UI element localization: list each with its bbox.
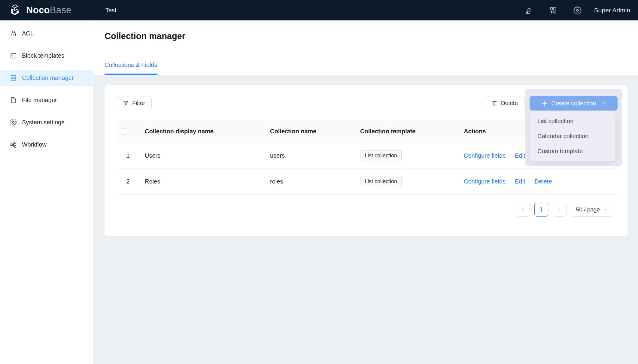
delete-button[interactable]: Delete xyxy=(485,96,524,110)
sidebar-item-label: Collection manager xyxy=(22,74,74,81)
highlighter-icon[interactable] xyxy=(525,6,533,14)
table-row: 2 Roles roles List collection Configure … xyxy=(116,168,618,194)
file-icon xyxy=(10,96,17,104)
cell-display-name: Users xyxy=(140,143,265,168)
filter-button-label: Filter xyxy=(132,100,145,107)
menu-item-custom-template[interactable]: Custom template xyxy=(530,144,615,159)
prev-page-button[interactable] xyxy=(516,203,530,217)
brand-name-bold: Noco xyxy=(26,5,50,15)
page-header: Collection manager Collections & Fields xyxy=(93,20,638,75)
edit-link[interactable]: Edit xyxy=(515,152,525,159)
sidebar-item-block-templates[interactable]: Block templates xyxy=(0,47,93,64)
workflow-icon xyxy=(10,141,17,148)
column-header-display-name: Collection display name xyxy=(140,120,265,143)
tabs-bar: Collections & Fields xyxy=(105,62,157,75)
nocobase-logo-icon xyxy=(8,4,22,17)
next-page-button[interactable] xyxy=(553,203,567,217)
delete-link[interactable]: Delete xyxy=(534,178,552,185)
chevron-down-icon xyxy=(604,208,608,212)
column-header-name: Collection name xyxy=(265,120,355,143)
user-menu[interactable]: Super Admin xyxy=(594,7,630,14)
sidebar-item-label: Workflow xyxy=(22,141,47,148)
create-collection-button[interactable]: Create collection xyxy=(530,96,618,111)
chevron-left-icon xyxy=(521,207,525,212)
collections-card: Filter Delete xyxy=(105,85,627,236)
cell-name: roles xyxy=(265,168,355,194)
action-divider xyxy=(530,179,530,184)
plugin-add-icon[interactable] xyxy=(549,6,557,14)
template-tag: List collection xyxy=(360,150,402,161)
action-divider xyxy=(510,153,510,159)
topbar-menu: Test xyxy=(104,0,118,20)
chevron-down-icon xyxy=(601,101,606,106)
sidebar-item-system-settings[interactable]: System settings xyxy=(0,114,93,130)
sidebar-item-acl[interactable]: ACL xyxy=(0,25,93,41)
brand-name: NocoBase xyxy=(26,5,71,16)
pagination: 1 50 / page xyxy=(116,203,613,217)
page-body: Filter Delete xyxy=(93,75,638,364)
delete-button-label: Delete xyxy=(501,100,518,107)
layout-icon xyxy=(10,52,17,59)
action-divider xyxy=(510,179,510,184)
trash-icon xyxy=(491,100,498,106)
page-size-value: 50 / page xyxy=(576,206,600,213)
sidebar-item-workflow[interactable]: Workflow xyxy=(0,136,93,153)
main-content: Collection manager Collections & Fields … xyxy=(93,20,638,364)
topbar-actions: Super Admin xyxy=(525,6,638,14)
sidebar-item-label: Block templates xyxy=(22,52,64,59)
topbar-menu-item-test[interactable]: Test xyxy=(104,7,118,14)
filter-button[interactable]: Filter xyxy=(116,96,152,110)
menu-item-calendar-collection[interactable]: Calendar collection xyxy=(530,129,615,144)
brand-name-light: Base xyxy=(50,5,71,15)
page-1-button[interactable]: 1 xyxy=(534,203,548,217)
plus-icon xyxy=(541,100,548,107)
page-title: Collection manager xyxy=(105,31,185,41)
page-size-select[interactable]: 50 / page xyxy=(571,203,613,217)
gear-icon[interactable] xyxy=(573,6,582,14)
sidebar: ACL Block templates Collection manager F… xyxy=(0,20,93,364)
edit-link[interactable]: Edit xyxy=(515,178,525,185)
topbar: NocoBase Test Super Admin xyxy=(0,0,638,20)
row-index: 2 xyxy=(116,168,140,194)
row-index: 1 xyxy=(116,143,140,168)
sidebar-item-label: System settings xyxy=(22,119,64,126)
tab-collections-and-fields[interactable]: Collections & Fields xyxy=(105,62,157,75)
configure-fields-link[interactable]: Configure fields xyxy=(464,178,506,185)
create-collection-menu: List collection Calendar collection Cust… xyxy=(530,111,615,161)
toolbar-right-group: Delete Create collection xyxy=(485,96,618,111)
gear-icon xyxy=(10,119,17,126)
column-header-template: Collection template xyxy=(355,120,459,143)
configure-fields-link[interactable]: Configure fields xyxy=(464,152,506,159)
database-icon xyxy=(10,74,17,82)
chevron-right-icon xyxy=(557,207,562,212)
select-all-checkbox[interactable] xyxy=(121,128,127,135)
cell-display-name: Roles xyxy=(140,168,265,194)
lock-icon xyxy=(10,30,17,37)
brand: NocoBase xyxy=(0,4,71,17)
sidebar-item-label: File manager xyxy=(22,97,57,104)
cell-name: users xyxy=(265,143,355,168)
sidebar-item-collection-manager[interactable]: Collection manager xyxy=(0,70,93,86)
cell-actions: Configure fieldsEditDelete xyxy=(459,168,618,194)
sidebar-item-file-manager[interactable]: File manager xyxy=(0,92,93,108)
sidebar-item-label: ACL xyxy=(22,30,34,37)
funnel-icon xyxy=(123,100,129,106)
template-tag: List collection xyxy=(360,176,402,187)
create-collection-label: Create collection xyxy=(551,100,596,107)
menu-item-list-collection[interactable]: List collection xyxy=(530,114,615,129)
table-toolbar: Filter Delete xyxy=(116,96,618,111)
